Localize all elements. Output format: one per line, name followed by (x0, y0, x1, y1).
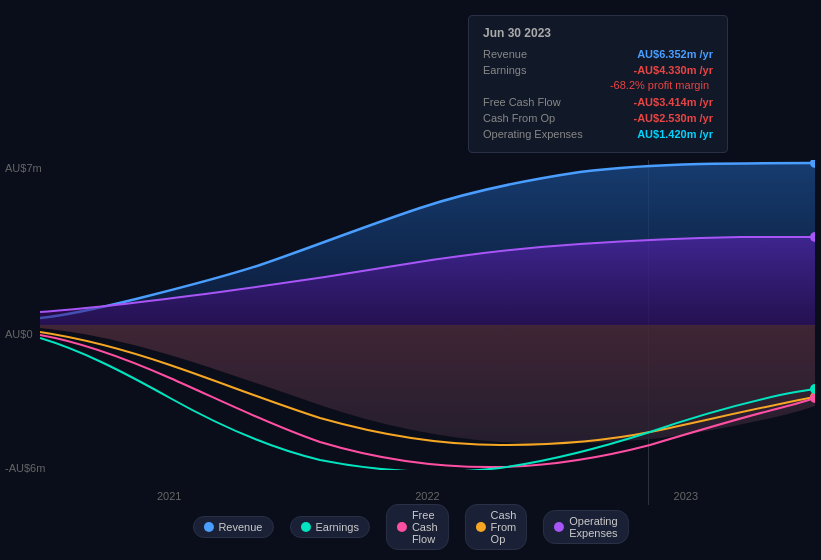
fcf-value: -AU$3.414m /yr (634, 96, 714, 108)
fcf-label: Free Cash Flow (483, 96, 583, 108)
legend: Revenue Earnings Free Cash Flow Cash Fro… (192, 504, 628, 550)
legend-item-opex[interactable]: Operating Expenses (543, 510, 628, 544)
x-axis-labels: 2021 2022 2023 (40, 490, 815, 502)
tooltip-row-opex: Operating Expenses AU$1.420m /yr (483, 126, 713, 142)
tooltip-row-earnings: Earnings -AU$4.330m /yr (483, 62, 713, 78)
earnings-fill2 (40, 325, 815, 443)
revenue-dot-legend (203, 522, 213, 532)
tooltip-title: Jun 30 2023 (483, 26, 713, 40)
cfo-value: -AU$2.530m /yr (634, 112, 714, 124)
opex-label: Operating Expenses (483, 128, 583, 140)
chart-svg (40, 160, 815, 470)
legend-item-fcf[interactable]: Free Cash Flow (386, 504, 449, 550)
tooltip-row-fcf: Free Cash Flow -AU$3.414m /yr (483, 94, 713, 110)
legend-fcf-label: Free Cash Flow (412, 509, 438, 545)
fcf-dot-legend (397, 522, 407, 532)
profit-margin-value: -68.2% profit margin (610, 79, 709, 91)
opex-dot-legend (554, 522, 564, 532)
cfo-dot-legend (476, 522, 486, 532)
earnings-dot-legend (300, 522, 310, 532)
legend-item-revenue[interactable]: Revenue (192, 516, 273, 538)
cfo-label: Cash From Op (483, 112, 583, 124)
earnings-value: -AU$4.330m /yr (634, 64, 714, 76)
y-label-mid: AU$0 (5, 328, 33, 340)
x-label-2022: 2022 (415, 490, 439, 502)
profit-margin-row: -68.2% profit margin (483, 78, 713, 94)
tooltip-row-cfo: Cash From Op -AU$2.530m /yr (483, 110, 713, 126)
legend-opex-label: Operating Expenses (569, 515, 617, 539)
tooltip-card: Jun 30 2023 Revenue AU$6.352m /yr Earnin… (468, 15, 728, 153)
opex-value: AU$1.420m /yr (637, 128, 713, 140)
legend-cfo-label: Cash From Op (491, 509, 517, 545)
y-label-top: AU$7m (5, 162, 42, 174)
tooltip-row-revenue: Revenue AU$6.352m /yr (483, 46, 713, 62)
legend-earnings-label: Earnings (315, 521, 358, 533)
legend-item-cfo[interactable]: Cash From Op (465, 504, 528, 550)
legend-revenue-label: Revenue (218, 521, 262, 533)
earnings-label: Earnings (483, 64, 583, 76)
revenue-label: Revenue (483, 48, 583, 60)
revenue-value: AU$6.352m /yr (637, 48, 713, 60)
x-label-2021: 2021 (157, 490, 181, 502)
legend-item-earnings[interactable]: Earnings (289, 516, 369, 538)
x-label-2023: 2023 (674, 490, 698, 502)
